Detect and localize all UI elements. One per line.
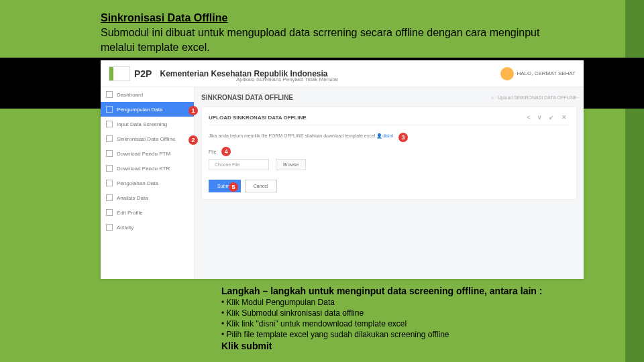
- file-label-row: File 4: [209, 147, 570, 156]
- marker-1: 1: [189, 106, 198, 115]
- edit-icon: [106, 209, 113, 216]
- process-icon: [106, 180, 113, 186]
- sidebar-item-label: Sinkronisasi Data Offline: [117, 136, 175, 142]
- app-topbar: P2P Kementerian Kesehatan Republik Indon…: [101, 60, 584, 87]
- sync-icon: [106, 135, 113, 142]
- button-row: Submit Cancel: [209, 180, 570, 192]
- sidebar-item-dashboard[interactable]: Dashboard: [101, 87, 194, 102]
- home-icon[interactable]: ⌂: [491, 95, 494, 100]
- sidebar-item-label: Pengumpulan Data: [117, 107, 163, 113]
- screenshot: P2P Kementerian Kesehatan Republik Indon…: [101, 60, 584, 279]
- step-3: • Klik link "disni" untuk mendownload te…: [221, 319, 597, 328]
- card-title: UPLOAD SINKRONASI DATA OFFLINE: [209, 115, 307, 121]
- sidebar-item-download-ptm[interactable]: Download Pandu PTM: [101, 146, 194, 161]
- step-1: • Klik Modul Pengumpulan Data: [221, 298, 597, 307]
- page-title-row: SINKRONASI DATA OFFLINE ⌂ · Upload SINKR…: [201, 94, 577, 101]
- sidebar-item-label: Input Data Screening: [117, 121, 167, 127]
- sidebar-item-label: Analisis Data: [117, 195, 148, 201]
- sidebar-item-label: Pengolahan Data: [117, 180, 158, 186]
- download-icon: [106, 150, 113, 157]
- sidebar-item-label: Download Pandu KTR: [117, 166, 170, 172]
- marker-2: 2: [189, 135, 198, 145]
- marker-4: 4: [221, 147, 231, 156]
- main-area: SINKRONASI DATA OFFLINE ⌂ · Upload SINKR…: [195, 87, 584, 279]
- sidebar-item-label: Activity: [117, 225, 133, 231]
- avatar-icon: [500, 67, 514, 80]
- file-label: File: [209, 149, 216, 154]
- slide-heading: Sinkronisasi Data Offline Submodul ini d…: [101, 12, 570, 54]
- steps-last: Klik submit: [221, 341, 597, 351]
- file-input[interactable]: Choose File: [209, 159, 269, 170]
- heading-desc: Submodul ini dibuat untuk mengupload dat…: [101, 25, 570, 54]
- steps-lead: Langkah – langkah untuk menginput data s…: [221, 286, 597, 296]
- logo-icon: [109, 66, 130, 81]
- accent-bar: [625, 0, 644, 362]
- sidebar-item-activity[interactable]: Activity: [101, 220, 194, 235]
- sidebar-item-profile[interactable]: Edit Profile: [101, 205, 194, 220]
- marker-3: 3: [398, 133, 408, 142]
- download-template-link[interactable]: disini: [382, 133, 393, 138]
- user-greeting: HALO, CERMAT SEHAT: [517, 70, 576, 76]
- heading-title: Sinkronisasi Data Offline: [101, 12, 570, 24]
- page-title: SINKRONASI DATA OFFLINE: [201, 94, 293, 101]
- breadcrumb: ⌂ · Upload SINKRONASI DATA OFFLINE: [491, 95, 577, 100]
- step-4: • Pilih file template excel yang sudah d…: [221, 330, 597, 339]
- steps-block: Langkah – langkah untuk menginput data s…: [221, 286, 597, 351]
- sidebar-item-label: Edit Profile: [117, 210, 143, 216]
- sidebar-item-sinkronisasi[interactable]: Sinkronisasi Data Offline 2: [101, 131, 194, 146]
- browse-button[interactable]: Browse: [276, 159, 306, 170]
- app-subtitle: Aplikasi Surveilans Penyakit Tidak Menul…: [236, 76, 339, 82]
- sidebar-item-label: Dashboard: [117, 92, 143, 98]
- sidebar-item-download-ktr[interactable]: Download Pandu KTR: [101, 161, 194, 176]
- download-icon: [106, 165, 113, 172]
- cancel-button[interactable]: Cancel: [245, 180, 277, 192]
- marker-5: 5: [229, 182, 238, 192]
- dashboard-icon: [106, 91, 113, 98]
- input-icon: [106, 121, 113, 127]
- sidebar-item-label: Download Pandu PTM: [117, 151, 170, 157]
- sidebar: Dashboard Pengumpulan Data 1 Input Data …: [101, 87, 195, 279]
- breadcrumb-text: Upload SINKRONASI DATA OFFLINE: [498, 95, 577, 100]
- activity-icon: [106, 224, 113, 231]
- sidebar-item-input[interactable]: Input Data Screening: [101, 117, 194, 131]
- card-header: UPLOAD SINKRONASI DATA OFFLINE < ∨ ↙ ✕: [209, 114, 570, 125]
- note-text: Jika anda belum memilik file FORM OFFLIN…: [209, 133, 376, 138]
- upload-card: UPLOAD SINKRONASI DATA OFFLINE < ∨ ↙ ✕ J…: [201, 107, 577, 200]
- template-note: Jika anda belum memilik file FORM OFFLIN…: [209, 131, 570, 140]
- sidebar-item-pengumpulan[interactable]: Pengumpulan Data 1: [101, 102, 194, 117]
- sidebar-item-analisis[interactable]: Analisis Data: [101, 190, 194, 205]
- chart-icon: [106, 194, 113, 201]
- step-2: • Klik Submodul sinkronisasi data offlin…: [221, 308, 597, 318]
- file-row: Choose File Browse: [209, 159, 570, 170]
- brand: P2P: [134, 68, 152, 79]
- sidebar-item-pengolahan[interactable]: Pengolahan Data: [101, 176, 194, 190]
- card-tools[interactable]: < ∨ ↙ ✕: [527, 114, 570, 121]
- user-block[interactable]: HALO, CERMAT SEHAT: [500, 67, 576, 80]
- collect-icon: [106, 106, 113, 113]
